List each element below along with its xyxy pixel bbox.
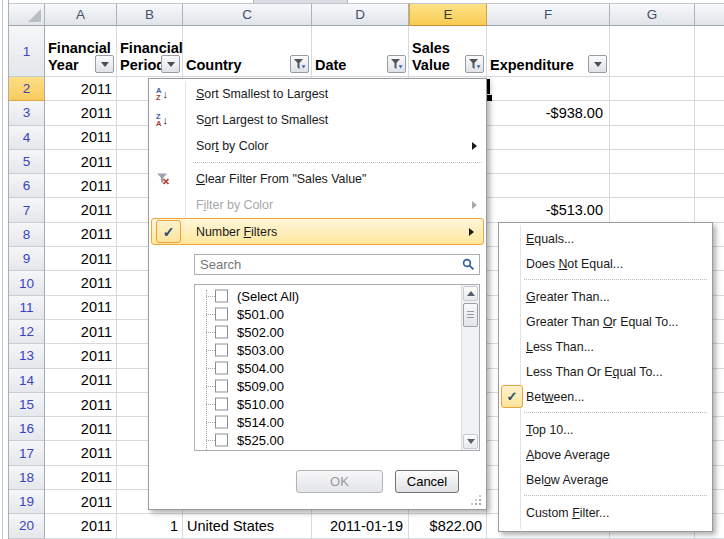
filter-dropdown-button-expenditure[interactable] [588, 55, 607, 73]
cell-financial-year[interactable]: 2011 [45, 126, 117, 150]
checkbox[interactable] [215, 290, 228, 303]
filter-dropdown-button-financial-year[interactable] [95, 55, 114, 73]
cell-date[interactable]: 2011-01-19 [312, 514, 409, 538]
column-header[interactable]: C [183, 3, 312, 26]
submenu-item[interactable]: Greater Than Or Equal To... [499, 309, 712, 334]
checkbox[interactable] [215, 434, 228, 447]
filter-active-button-date[interactable] [387, 55, 406, 73]
row-header[interactable]: 9 [9, 247, 45, 271]
cell-g[interactable] [610, 150, 695, 174]
cell-g[interactable] [610, 198, 695, 222]
cell-financial-year[interactable]: 2011 [45, 344, 117, 368]
cell-h[interactable] [695, 126, 724, 150]
cell-h[interactable] [695, 101, 724, 125]
checkbox[interactable] [215, 344, 228, 357]
cell-h[interactable] [695, 198, 724, 222]
cell-financial-year[interactable]: 2011 [45, 77, 117, 101]
row-header[interactable]: 16 [9, 417, 45, 441]
cell-h1[interactable] [695, 26, 724, 77]
filter-active-button-country[interactable] [290, 55, 309, 73]
checkbox[interactable] [215, 362, 228, 375]
checkbox[interactable] [215, 416, 228, 429]
column-header[interactable]: E [409, 3, 487, 26]
cell-g[interactable] [610, 101, 695, 125]
filter-value-item[interactable]: (Select All) [195, 287, 479, 305]
cell-financial-year[interactable]: 2011 [45, 466, 117, 490]
cell-financial-year[interactable]: 2011 [45, 417, 117, 441]
field-financial-year[interactable]: Financial Year [45, 26, 117, 77]
row-header[interactable]: 5 [9, 150, 45, 174]
row-header[interactable]: 14 [9, 369, 45, 393]
cell-g1[interactable] [610, 26, 695, 77]
search-input[interactable] [195, 256, 462, 273]
field-sales-value[interactable]: Sales Value [409, 26, 487, 77]
menu-item[interactable]: Sort Largest to Smallest [149, 107, 486, 133]
filter-dropdown-button-financial-period[interactable] [161, 55, 180, 73]
filter-value-item[interactable]: $510.00 [195, 395, 479, 413]
column-header[interactable]: D [312, 3, 409, 26]
filter-value-item[interactable]: $514.00 [195, 413, 479, 431]
scroll-up-button[interactable] [463, 286, 478, 301]
row-header[interactable]: 19 [9, 490, 45, 514]
cell-financial-year[interactable]: 2011 [45, 320, 117, 344]
row-header-1[interactable]: 1 [9, 26, 45, 77]
field-date[interactable]: Date [312, 26, 409, 77]
submenu-item[interactable] [499, 276, 712, 284]
column-header[interactable]: A [45, 3, 117, 26]
cell-expenditure[interactable] [487, 126, 610, 150]
cell-expenditure[interactable] [487, 174, 610, 198]
resize-grip[interactable] [471, 495, 481, 505]
scroll-down-button[interactable] [463, 434, 478, 449]
row-header[interactable]: 2 [9, 77, 45, 101]
cell-financial-year[interactable]: 2011 [45, 198, 117, 222]
filter-value-item[interactable]: $509.00 [195, 377, 479, 395]
menu-item[interactable] [149, 159, 486, 166]
row-header[interactable]: 7 [9, 198, 45, 222]
filter-value-item[interactable]: $503.00 [195, 341, 479, 359]
field-financial-period[interactable]: Financial Period [117, 26, 183, 77]
cell-financial-year[interactable]: 2011 [45, 223, 117, 247]
column-header[interactable]: B [117, 3, 183, 26]
submenu-item[interactable] [499, 492, 712, 500]
row-header[interactable]: 8 [9, 223, 45, 247]
cell-g[interactable] [610, 174, 695, 198]
filter-value-item[interactable]: $501.00 [195, 305, 479, 323]
filter-value-item[interactable]: $502.00 [195, 323, 479, 341]
menu-item[interactable]: Filter by Color [149, 192, 486, 218]
ok-button[interactable]: OK [296, 470, 383, 493]
cell-expenditure[interactable]: -$938.00 [487, 101, 610, 125]
row-header[interactable]: 20 [9, 514, 45, 538]
cell-financial-year[interactable]: 2011 [45, 271, 117, 295]
cancel-button[interactable]: Cancel [395, 470, 459, 493]
cell-expenditure[interactable]: -$513.00 [487, 198, 610, 222]
submenu-item[interactable]: Less Than... [499, 334, 712, 359]
row-header[interactable]: 17 [9, 441, 45, 465]
field-expenditure[interactable]: Expenditure [487, 26, 610, 77]
column-header[interactable] [695, 3, 724, 26]
row-header[interactable]: 6 [9, 174, 45, 198]
row-header[interactable]: 11 [9, 296, 45, 320]
cell-financial-year[interactable]: 2011 [45, 441, 117, 465]
cell-financial-year[interactable]: 2011 [45, 296, 117, 320]
row-header[interactable]: 15 [9, 393, 45, 417]
cell-g[interactable] [610, 126, 695, 150]
cell-financial-period[interactable]: 1 [117, 514, 183, 538]
cell-g[interactable] [610, 77, 695, 101]
cell-financial-year[interactable]: 2011 [45, 150, 117, 174]
cell-financial-year[interactable]: 2011 [45, 174, 117, 198]
submenu-item[interactable]: Greater Than... [499, 284, 712, 309]
submenu-item[interactable]: Less Than Or Equal To... [499, 359, 712, 384]
checkbox[interactable] [215, 308, 228, 321]
cell-country[interactable]: United States [183, 514, 312, 538]
row-header[interactable]: 4 [9, 126, 45, 150]
column-header[interactable]: G [610, 3, 695, 26]
cell-financial-year[interactable]: 2011 [45, 514, 117, 538]
submenu-item[interactable]: Between... [499, 384, 712, 409]
cell-sales-value[interactable]: $822.00 [409, 514, 487, 538]
filter-value-item[interactable]: $504.00 [195, 359, 479, 377]
row-header[interactable]: 10 [9, 271, 45, 295]
submenu-item[interactable]: Above Average [499, 442, 712, 467]
cell-expenditure[interactable] [487, 150, 610, 174]
row-header[interactable]: 18 [9, 466, 45, 490]
filter-active-button-sales-value[interactable] [465, 55, 484, 73]
